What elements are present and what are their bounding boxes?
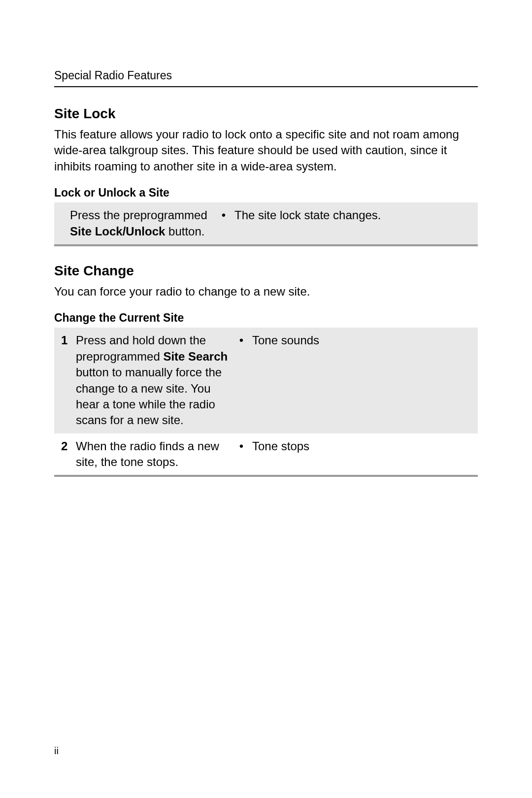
step-number: 1 bbox=[54, 328, 72, 433]
site-change-heading: Site Change bbox=[54, 263, 478, 279]
result-cell: Tone sounds bbox=[248, 328, 478, 433]
bullet-cell: • bbox=[234, 328, 248, 433]
header-rule bbox=[54, 86, 478, 87]
action-text-post: button to manually force the change to a… bbox=[76, 366, 222, 427]
bullet-cell: • bbox=[217, 202, 231, 245]
action-text-pre: When the radio finds a new site, the ton… bbox=[76, 439, 219, 468]
action-cell: Press and hold down the preprogrammed Si… bbox=[72, 328, 234, 433]
step-number: 2 bbox=[54, 433, 72, 476]
action-text-bold: Site Lock/Unlock bbox=[70, 225, 165, 238]
bullet-icon: • bbox=[222, 207, 226, 223]
action-text-bold: Site Search bbox=[163, 350, 228, 363]
page-number: ii bbox=[54, 745, 59, 757]
site-lock-heading: Site Lock bbox=[54, 106, 478, 122]
bullet-icon: • bbox=[239, 438, 243, 454]
site-lock-subheading: Lock or Unlock a Site bbox=[54, 186, 478, 200]
section-header: Special Radio Features bbox=[54, 69, 478, 82]
site-change-subheading: Change the Current Site bbox=[54, 311, 478, 325]
site-lock-table: Press the preprogrammed Site Lock/Unlock… bbox=[54, 202, 478, 246]
result-cell: The site lock state changes. bbox=[231, 202, 478, 245]
table-row: Press the preprogrammed Site Lock/Unlock… bbox=[54, 202, 478, 245]
bullet-cell: • bbox=[234, 433, 248, 476]
action-text-pre: Press the preprogrammed bbox=[70, 208, 207, 222]
table-row: 1 Press and hold down the preprogrammed … bbox=[54, 328, 478, 433]
table-row: 2 When the radio finds a new site, the t… bbox=[54, 433, 478, 476]
site-change-intro: You can force your radio to change to a … bbox=[54, 284, 478, 299]
site-lock-intro: This feature allows your radio to lock o… bbox=[54, 127, 478, 174]
action-cell: Press the preprogrammed Site Lock/Unlock… bbox=[54, 202, 217, 245]
site-change-table: 1 Press and hold down the preprogrammed … bbox=[54, 328, 478, 477]
action-text-post: button. bbox=[165, 225, 204, 238]
result-cell: Tone stops bbox=[248, 433, 478, 476]
action-cell: When the radio finds a new site, the ton… bbox=[72, 433, 234, 476]
bullet-icon: • bbox=[239, 332, 243, 348]
